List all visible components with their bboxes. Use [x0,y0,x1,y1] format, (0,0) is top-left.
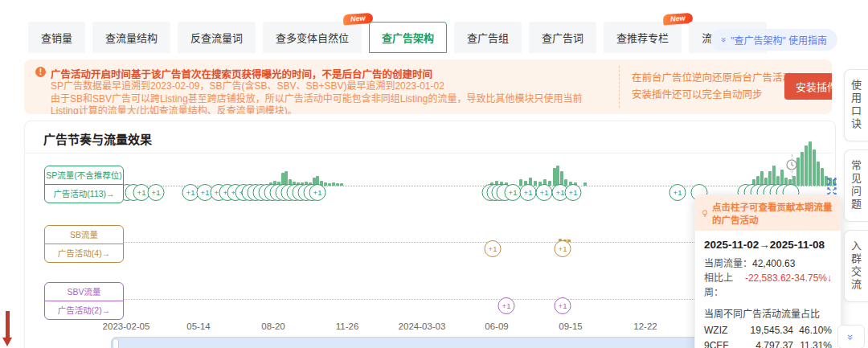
row-label-top: SBV流量 [45,283,123,301]
traffic-bar[interactable] [340,183,343,186]
tab-查广告架构[interactable]: 查广告架构 [369,22,447,53]
campaign-marker[interactable]: +1 [669,184,686,201]
traffic-bar[interactable] [772,166,776,186]
expand-icon[interactable] [827,178,837,186]
traffic-bar[interactable] [324,182,327,186]
traffic-bar[interactable] [809,141,812,186]
tab-label: 查流量结构 [105,32,158,44]
notice-banner: ! 广告活动开启时间基于该广告首次在搜索页获得曝光的时间，不是后台广告的创建时间… [24,59,832,114]
row-label-sb[interactable]: SB流量广告活动(4)→ [44,225,124,263]
notice-line1: SP广告数据最早追溯到2023-02-09，SB广告(含SB、SBV、SB+SB… [51,80,591,93]
vs-last-week-pct: -34.75%↓ [791,271,832,300]
row-label-sbv[interactable]: SBV流量广告活动(2)→ [44,282,124,320]
tooltip-hint-text: 点击柱子可查看贡献本期流量的广告活动 [712,200,834,226]
traffic-bar[interactable] [780,170,784,186]
row-label-sp[interactable]: SP流量(不含推荐位)广告活动(113)→ [44,166,124,203]
side-tab-常见问题[interactable]: 常见问题 [844,149,868,222]
traffic-bar[interactable] [813,149,816,186]
tab-label: 查广告架构 [382,32,434,44]
traffic-bar[interactable] [519,179,522,186]
notice-body: SP广告数据最早追溯到2023-02-09，SB广告(含SB、SBV、SB+SB… [51,80,591,114]
traffic-bar[interactable] [817,162,820,186]
traffic-bar[interactable] [534,181,537,186]
traffic-bar[interactable] [800,152,804,186]
install-plugin-button[interactable]: 安装插件 [784,73,832,100]
tab-label: 查销量 [41,32,72,44]
traffic-bar[interactable] [821,168,824,186]
row-label-bottom[interactable]: 广告活动(4)→ [45,244,123,262]
campaign-value: 19,545.34 [740,323,793,338]
week-traffic-row: 当周流量： 42,400.63 [704,256,832,271]
vs-last-week-value: -22,583.62 [745,271,791,300]
campaign-name: 9CEF [704,338,740,348]
tab-查流量结构[interactable]: 查流量结构 [92,22,170,53]
tab-label: 查广告组 [467,32,509,44]
collapse-panel-button[interactable]: » [837,325,865,348]
traffic-bar[interactable] [805,145,808,186]
breakdown-row: WZIZ19,545.3446.10% [704,323,832,338]
clock-icon [786,159,797,174]
axis-tick-label: 2023-02-05 [103,321,150,331]
traffic-bar[interactable] [583,182,587,186]
tooltip-hint: 点击柱子可查看贡献本期流量的广告活动 [695,195,841,231]
campaign-marker[interactable]: +1 [309,184,326,201]
plugin-promo-text: 在前台广告位逆向还原后台广告活动 安装插件还可以完全自动同步 [632,70,792,104]
chart-title: 广告节奏与流量效果 [43,130,152,147]
tab-反查流量词[interactable]: 反查流量词 [178,22,256,53]
chevrons-down-icon: » [719,37,728,42]
axis-tick-label: 2024-03-03 [399,321,446,331]
campaign-marker[interactable]: +1 [505,184,522,201]
traffic-bar[interactable] [556,166,559,186]
campaign-marker[interactable]: +1 [555,240,571,257]
new-badge: New [662,13,692,26]
new-badge: New [342,13,372,26]
tab-查销量[interactable]: 查销量 [28,22,85,53]
vs-last-week-row: 相比上周： -22,583.62 -34.75%↓ [704,271,832,300]
tab-label: 查推荐专栏 [616,32,669,44]
red-marker-arrow [2,311,12,346]
side-tab-使用口诀[interactable]: 使用口诀 [844,69,868,141]
campaign-pct: 11.31% [793,338,832,348]
campaign-marker[interactable]: +1 [148,184,165,201]
side-tab-group: 使用口诀常见问题入群交流 [844,69,868,302]
breakdown-rows: WZIZ19,545.3446.10%9CEF4,797.3711.31%F1A… [704,323,832,348]
week-traffic-value: 42,400.63 [752,256,795,271]
axis-tick-label: 12-22 [633,321,657,331]
row-label-top: SP流量(不含推荐位) [45,166,123,184]
campaign-marker[interactable]: +1 [536,184,553,201]
tab-查多变体自然位[interactable]: 查多变体自然位New [263,22,362,53]
axis-tick-label: 08-20 [261,321,285,331]
tooltip-date-range: 2025-11-02→2025-11-08 [704,239,832,251]
card-divider [25,153,833,154]
campaign-value: 4,797.37 [740,338,793,348]
usage-guide-link[interactable]: » "查广告架构" 使用指南 [710,29,837,51]
campaign-name: WZIZ [704,323,740,338]
row-label-bottom[interactable]: 广告活动(2)→ [45,301,123,319]
plugin-promo-line1: 在前台广告位逆向还原后台广告活动 [632,70,792,87]
campaign-marker[interactable]: +1 [565,184,582,201]
side-tab-入群交流[interactable]: 入群交流 [844,230,868,302]
notice-title: 广告活动开启时间基于该广告首次在搜索页获得曝光的时间，不是后台广告的创建时间 [51,66,581,81]
week-traffic-label: 当周流量： [704,256,752,271]
scrollbar-handle[interactable] [113,338,119,348]
tab-label: 反查流量词 [190,32,243,44]
axis-tick-label: 06-09 [485,321,508,331]
campaign-marker[interactable]: +1 [485,240,502,257]
campaign-marker[interactable]: +1 [555,297,571,314]
chevrons-down-icon: » [845,334,857,339]
traffic-bar[interactable] [328,183,331,186]
tab-查推荐专栏[interactable]: 查推荐专栏New [604,22,682,53]
traffic-bar[interactable] [332,182,335,186]
traffic-bar[interactable] [336,183,339,186]
vs-last-week-label: 相比上周： [704,271,745,300]
tab-查广告组[interactable]: 查广告组 [454,22,522,53]
breakdown-title: 当周不同广告活动流量占比 [704,306,832,320]
usage-guide-label: "查广告架构" 使用指南 [731,33,827,47]
campaign-pct: 46.10% [793,323,832,338]
tab-查广告词[interactable]: 查广告词 [529,22,596,53]
row-label-bottom[interactable]: 广告活动(113)→ [45,184,123,203]
notice-line2: 由于SB和SBV广告可以跨Listing甚至跨店铺投放，所以广告活动中可能包含非… [51,93,591,115]
campaign-marker[interactable]: +1 [520,184,537,201]
campaign-marker[interactable]: +1 [498,297,515,314]
axis-tick-label: 05-14 [186,321,210,331]
